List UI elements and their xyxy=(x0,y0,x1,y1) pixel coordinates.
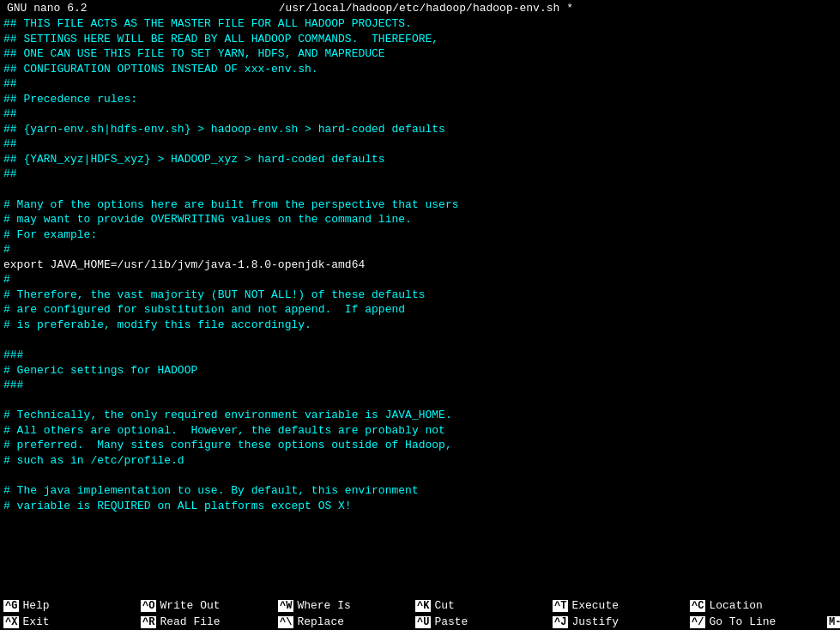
editor-line: # variable is REQUIRED on ALL platforms … xyxy=(3,499,837,514)
shortcut-label: Cut xyxy=(434,599,454,612)
editor-line: export JAVA_HOME=/usr/lib/jvm/java-1.8.0… xyxy=(3,257,837,273)
editor-line: ### xyxy=(3,348,837,363)
editor-line: # such as in /etc/profile.d xyxy=(3,453,837,469)
editor-line: # All others are optional. However, the … xyxy=(3,423,837,439)
shortcut-key: ^W xyxy=(278,600,293,612)
editor-line: ## xyxy=(3,106,837,122)
shortcut-label: Justify xyxy=(571,615,619,628)
editor-area[interactable]: ## THIS FILE ACTS AS THE MASTER FILE FOR… xyxy=(0,16,840,597)
shortcut-label: Write Out xyxy=(160,599,220,612)
title-bar: GNU nano 6.2 /usr/local/hadoop/etc/hadoo… xyxy=(0,0,840,16)
editor-line: ## Precedence rules: xyxy=(3,92,837,107)
shortcut-item[interactable]: ^JJustify xyxy=(549,615,686,629)
shortcut-item[interactable]: ^\Replace xyxy=(275,615,412,629)
editor-line: # xyxy=(3,272,837,288)
editor-line: ## THIS FILE ACTS AS THE MASTER FILE FOR… xyxy=(3,16,837,32)
editor-line: ## xyxy=(3,76,837,92)
shortcut-item[interactable]: ^GHelp xyxy=(0,598,137,613)
file-path: /usr/local/hadoop/etc/hadoop/hadoop-env.… xyxy=(88,2,764,15)
editor-line: # may want to provide OVERWRITING values… xyxy=(3,212,837,227)
shortcut-key: ^/ xyxy=(690,616,705,628)
app-name: GNU nano 6.2 xyxy=(7,2,88,15)
shortcut-item[interactable]: ^RRead File xyxy=(137,615,275,629)
shortcut-item[interactable]: ^KCut xyxy=(412,598,549,613)
shortcut-key: ^\ xyxy=(278,616,293,628)
editor-line xyxy=(3,332,837,348)
editor-line: # is preferable, modify this file accord… xyxy=(3,318,837,333)
shortcut-key: ^U xyxy=(415,616,431,628)
editor-line: ## xyxy=(3,167,837,182)
shortcut-key: ^K xyxy=(415,600,431,612)
editor-line: ## SETTINGS HERE WILL BE READ BY ALL HAD… xyxy=(3,32,837,47)
editor-line: # Many of the options here are built fro… xyxy=(3,197,837,213)
editor-line xyxy=(3,182,837,197)
shortcut-item[interactable]: ^/Go To Line xyxy=(686,615,824,629)
editor-line: ## CONFIGURATION OPTIONS INSTEAD OF xxx-… xyxy=(3,62,837,77)
shortcut-label: Where Is xyxy=(297,599,350,612)
shortcut-item[interactable]: M-UUndo xyxy=(824,615,840,629)
editor-line: ## xyxy=(3,136,837,152)
shortcut-item[interactable]: ^XExit xyxy=(0,615,137,629)
editor-line: ## {YARN_xyz|HDFS_xyz} > HADOOP_xyz > ha… xyxy=(3,152,837,167)
shortcut-row: ^XExit^RRead File^\Replace^UPaste^JJusti… xyxy=(0,614,840,630)
editor-line: # preferred. Many sites configure these … xyxy=(3,438,837,453)
shortcut-item[interactable]: ^UPaste xyxy=(412,615,549,629)
editor-line: ## ONE CAN USE THIS FILE TO SET YARN, HD… xyxy=(3,46,837,62)
shortcut-key: M-U xyxy=(827,616,840,628)
shortcut-item[interactable]: ^WWhere Is xyxy=(275,598,412,613)
shortcut-key: ^G xyxy=(3,600,19,612)
status-bar: ^GHelp^OWrite Out^WWhere Is^KCut^TExecut… xyxy=(0,597,840,630)
shortcut-row: ^GHelp^OWrite Out^WWhere Is^KCut^TExecut… xyxy=(0,597,840,614)
editor-line: # Technically, the only required environ… xyxy=(3,408,837,423)
shortcut-label: Exit xyxy=(22,615,49,628)
shortcut-label: Paste xyxy=(434,615,468,628)
editor-line: # Generic settings for HADOOP xyxy=(3,363,837,379)
shortcut-label: Execute xyxy=(571,599,619,612)
editor-line: # Therefore, the vast majority (BUT NOT … xyxy=(3,288,837,303)
shortcut-label: Read File xyxy=(160,615,220,628)
editor-line: ### xyxy=(3,378,837,393)
editor-line xyxy=(3,468,837,483)
shortcut-key: ^O xyxy=(141,600,156,612)
shortcut-key: ^C xyxy=(690,600,705,612)
editor-line xyxy=(3,393,837,409)
shortcut-key: ^X xyxy=(3,616,19,628)
shortcut-key: ^R xyxy=(141,616,156,628)
editor-line: # For example: xyxy=(3,227,837,243)
shortcut-label: Go To Line xyxy=(709,615,776,628)
shortcut-label: Location xyxy=(709,599,762,612)
shortcut-key: ^T xyxy=(553,600,568,612)
shortcut-label: Help xyxy=(22,599,49,612)
editor-line: # xyxy=(3,242,837,257)
shortcut-item[interactable]: ^OWrite Out xyxy=(137,598,275,613)
terminal: GNU nano 6.2 /usr/local/hadoop/etc/hadoo… xyxy=(0,0,840,630)
shortcut-item[interactable]: ^TExecute xyxy=(549,598,686,613)
editor-line: # The java implementation to use. By def… xyxy=(3,483,837,499)
shortcut-key: ^J xyxy=(553,616,568,628)
editor-line: ## {yarn-env.sh|hdfs-env.sh} > hadoop-en… xyxy=(3,122,837,137)
shortcut-label: Replace xyxy=(297,615,344,628)
shortcut-item[interactable]: ^CLocation xyxy=(686,598,824,613)
editor-line: # are configured for substitution and no… xyxy=(3,302,837,318)
